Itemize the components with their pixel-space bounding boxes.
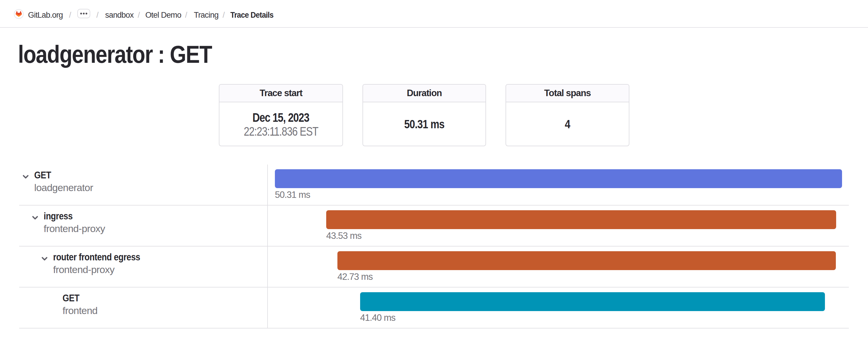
breadcrumb-separator: /: [138, 11, 140, 20]
page-title: loadgenerator : GET: [18, 40, 224, 68]
span-service: loadgenerator: [34, 182, 93, 193]
breadcrumb-separator: /: [185, 11, 187, 20]
span-row: GETfrontend41.40 ms: [19, 287, 849, 328]
ellipsis-dot: [83, 13, 85, 14]
span-duration-label: 50.31 ms: [275, 189, 310, 201]
ellipsis-dot: [80, 13, 82, 14]
trace-start-card: Trace start Dec 15, 2023 22:23:11.836 ES…: [219, 84, 343, 146]
span-row: router frontend egressfrontend-proxy42.7…: [19, 247, 849, 287]
page-content: loadgenerator : GET Trace start Dec 15, …: [0, 40, 868, 146]
breadcrumb: GitLab.org / / sandbox / Otel Demo / Tra…: [14, 8, 277, 19]
trace-start-date: Dec 15, 2023: [252, 110, 309, 125]
span-operation: GET: [63, 292, 79, 304]
duration-card-header: Duration: [363, 85, 486, 102]
total-spans-card-body: 4: [506, 102, 629, 146]
span-label-cell: ingressfrontend-proxy: [19, 205, 268, 246]
breadcrumb-separator: /: [69, 11, 71, 20]
span-bar-cell: 43.53 ms: [268, 205, 849, 246]
span-duration-bar[interactable]: [326, 210, 836, 229]
span-bar-cell: 42.73 ms: [268, 247, 849, 287]
span-bar-cell: 41.40 ms: [268, 287, 849, 328]
duration-card: Duration 50.31 ms: [363, 84, 486, 146]
span-duration-bar[interactable]: [275, 169, 842, 188]
span-label-cell: GETfrontend: [19, 287, 268, 328]
span-row: GETloadgenerator50.31 ms: [19, 164, 849, 205]
trace-waterfall-chart: GETloadgenerator50.31 msingressfrontend-…: [19, 164, 849, 328]
trace-start-card-header: Trace start: [219, 85, 342, 102]
span-duration-label: 41.40 ms: [360, 312, 396, 324]
span-duration-label: 43.53 ms: [326, 230, 362, 242]
chevron-down-icon[interactable]: [22, 173, 29, 180]
breadcrumb-separator: /: [223, 11, 225, 20]
span-service: frontend-proxy: [44, 223, 105, 234]
span-duration-label: 42.73 ms: [337, 271, 373, 283]
span-duration-bar[interactable]: [337, 251, 836, 270]
chevron-down-icon[interactable]: [41, 255, 48, 262]
duration-card-body: 50.31 ms: [363, 102, 486, 146]
span-duration-bar[interactable]: [360, 292, 825, 311]
total-spans-value: 4: [565, 117, 570, 131]
breadcrumb-bar: GitLab.org / / sandbox / Otel Demo / Tra…: [0, 0, 868, 28]
total-spans-card: Total spans 4: [505, 84, 629, 146]
span-bar-cell: 50.31 ms: [268, 164, 849, 205]
trace-start-card-body: Dec 15, 2023 22:23:11.836 EST: [219, 102, 342, 146]
span-operation: router frontend egress: [53, 251, 140, 263]
span-operation: ingress: [44, 210, 72, 222]
span-row: ingressfrontend-proxy43.53 ms: [19, 205, 849, 247]
span-label-cell: GETloadgenerator: [19, 164, 268, 205]
duration-value: 50.31 ms: [404, 117, 444, 131]
chevron-down-icon[interactable]: [32, 214, 39, 221]
span-operation: GET: [34, 169, 51, 181]
ellipsis-dot: [86, 13, 87, 14]
breadcrumb-item-tracing[interactable]: Tracing: [194, 11, 218, 20]
breadcrumb-item-current: Trace Details: [230, 11, 273, 20]
trace-start-time: 22:23:11.836 EST: [244, 124, 318, 138]
breadcrumb-separator: /: [96, 11, 98, 20]
breadcrumb-item-subproject[interactable]: Otel Demo: [146, 11, 181, 20]
span-service: frontend-proxy: [53, 264, 115, 276]
trace-summary-cards: Trace start Dec 15, 2023 22:23:11.836 ES…: [219, 84, 849, 146]
span-label-cell: router frontend egressfrontend-proxy: [19, 247, 268, 287]
breadcrumb-item-group[interactable]: GitLab.org: [28, 11, 63, 20]
span-service: frontend: [63, 305, 97, 316]
gitlab-tanuki-icon: [16, 11, 22, 17]
breadcrumb-item-project[interactable]: sandbox: [105, 11, 133, 20]
total-spans-card-header: Total spans: [506, 85, 629, 102]
breadcrumb-collapsed-button[interactable]: [77, 9, 90, 18]
gitlab-logo[interactable]: [14, 9, 24, 19]
